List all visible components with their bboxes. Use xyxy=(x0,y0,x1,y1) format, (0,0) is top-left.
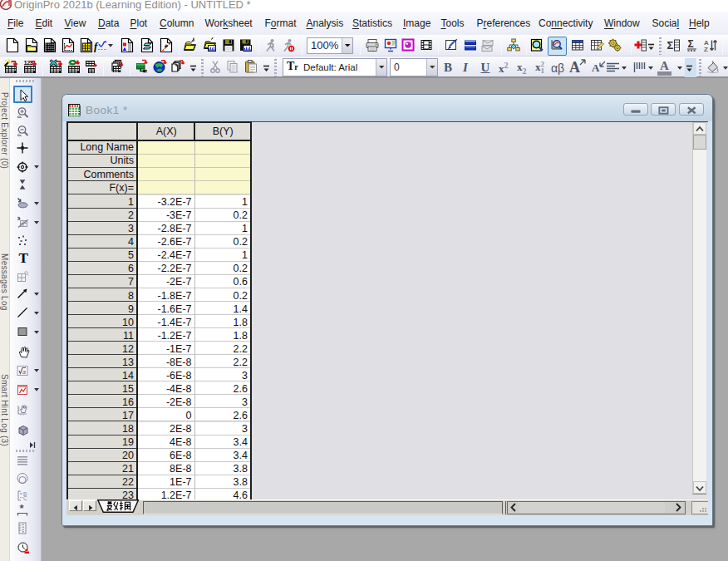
svg-text:123: 123 xyxy=(23,59,32,66)
svg-text:a: a xyxy=(22,368,26,374)
svg-text:Σ: Σ xyxy=(687,38,693,50)
svg-text:f: f xyxy=(94,40,99,52)
svg-text:*: * xyxy=(20,504,25,514)
svg-text:Z: Z xyxy=(704,46,708,53)
svg-text:C: C xyxy=(23,495,27,500)
svg-text:Σ: Σ xyxy=(667,39,673,52)
svg-text:T: T xyxy=(18,251,28,264)
